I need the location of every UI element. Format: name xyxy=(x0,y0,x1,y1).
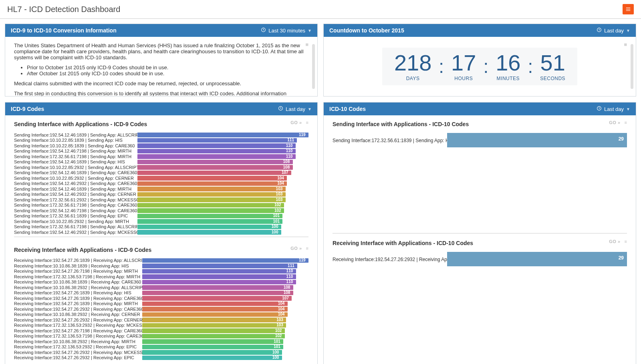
bar-value: 101 xyxy=(273,219,280,223)
panel-icd9: ICD-9 Codes Last day ▼ GO »≡ Sending Int… xyxy=(5,102,318,364)
info-para: The Unites States Department of Health a… xyxy=(14,42,308,60)
bar-label: Sending Interface:172.32.56.61:1839 | Se… xyxy=(333,138,454,143)
icd9-receiving-chart: Receiving Interface:192.54.27.26:1839 | … xyxy=(14,258,308,361)
time-range-picker[interactable]: Last 30 minutes ▼ xyxy=(261,27,312,34)
bar xyxy=(142,280,296,285)
go-link[interactable]: GO » xyxy=(609,239,620,244)
icd10-sending-chart: Sending Interface:172.32.56.61:1839 | Se… xyxy=(333,132,627,148)
bar-label: Sending Interface:172.32.56.61:2932 | Se… xyxy=(14,197,143,202)
bar-value: 104 xyxy=(277,176,284,180)
time-range-label: Last 30 minutes xyxy=(268,28,305,34)
bar-value: 102 xyxy=(274,203,281,207)
bar-label: Sending Interface:10.10.22.85:2932 | Sen… xyxy=(14,165,142,170)
colon: : xyxy=(439,56,444,77)
bar xyxy=(142,269,296,274)
bar-value: 119 xyxy=(299,258,306,262)
bar-label: Receiving Interface:10.10.86.38:1839 | R… xyxy=(14,263,129,268)
bar-value: 100 xyxy=(272,230,278,234)
bar-label: Receiving Interface:192.54.27.26:2932 | … xyxy=(14,307,143,312)
main-menu-button[interactable] xyxy=(623,4,634,14)
bar xyxy=(137,214,282,219)
bar-value: 110 xyxy=(286,274,293,279)
bar xyxy=(137,192,286,197)
bar xyxy=(137,230,281,235)
bar-value: 102 xyxy=(275,328,282,333)
panel-body: GO »≡ Sending Interface with Application… xyxy=(5,115,317,364)
time-range-picker[interactable]: Last day ▼ xyxy=(278,106,312,112)
bar-label: Receiving Interface:192.54.27.26:1839 | … xyxy=(14,258,151,263)
hamburger-icon xyxy=(625,6,631,12)
panel-body: ≡ The Unites States Department of Health… xyxy=(5,37,317,96)
bar-label: Receiving Interface:192.54.27.26:1839 | … xyxy=(14,301,138,306)
bar xyxy=(142,323,286,328)
section-menu-button[interactable]: ≡ xyxy=(306,120,308,125)
bar-label: Sending Interface:192.54.12.46:2932 | Se… xyxy=(14,230,143,235)
bar xyxy=(142,350,282,355)
bar xyxy=(137,143,296,148)
bar xyxy=(137,197,286,202)
section-menu-button[interactable]: ≡ xyxy=(625,120,627,125)
bar-value: 110 xyxy=(286,149,293,153)
bar-label: Receiving Interface:10.10.86.38:2932 | R… xyxy=(14,285,148,290)
panel-menu-button[interactable]: ≡ xyxy=(305,42,308,48)
bar-label: Receiving Interface:192.54.27.26:1839 | … xyxy=(14,296,143,301)
caret-down-icon: ▼ xyxy=(308,28,312,33)
bar xyxy=(137,176,287,181)
bar xyxy=(137,149,296,154)
bar xyxy=(142,302,288,306)
bar-label: Sending Interface:10.10.22.85:2932 | Sen… xyxy=(14,176,134,181)
panel-header: ICD-9 Codes Last day ▼ xyxy=(5,103,317,115)
page-title: HL7 - ICD Detection Dashboard xyxy=(7,5,120,14)
clock-icon xyxy=(597,27,602,34)
go-link[interactable]: GO » xyxy=(290,246,302,251)
bar xyxy=(142,334,285,339)
bar-label: Sending Interface:192.54.12.46:1839 | Se… xyxy=(14,159,125,164)
section-menu-button[interactable]: ≡ xyxy=(306,246,308,251)
icd10-receiving-section: GO »≡ Receiving Interface with Applicati… xyxy=(333,240,627,267)
bar-value: 119 xyxy=(299,133,306,137)
bar xyxy=(142,285,293,290)
bar-label: Sending Interface:192.54.12.46:1839 | Se… xyxy=(14,187,131,191)
bar-value: 110 xyxy=(286,154,293,159)
panel-title: ICD-9 Codes xyxy=(11,106,44,112)
bar-label: Receiving Interface:172.32.136.53:2932 |… xyxy=(14,323,151,328)
bar xyxy=(142,263,297,268)
bar-value: 104 xyxy=(277,181,284,185)
bar-value: 103 xyxy=(276,197,283,202)
panel-header: Countdown to October 2015 Last day ▼ xyxy=(324,24,636,37)
bar-label: Sending Interface:192.54.12.46:2932 | Se… xyxy=(14,181,137,186)
icd9-sending-section: GO »≡ Sending Interface with Application… xyxy=(14,121,308,237)
bar xyxy=(142,345,283,350)
icd9-sending-chart: Sending Interface:192.54.12.46:1839 | Se… xyxy=(14,132,308,235)
section-title: Receiving Interface with Applications - … xyxy=(14,247,308,253)
section-title: Sending Interface with Applications - IC… xyxy=(14,121,308,127)
go-link[interactable]: GO » xyxy=(609,120,620,125)
icd9-receiving-section: GO »≡ Receiving Interface with Applicati… xyxy=(14,247,308,361)
bar-value: 104 xyxy=(278,301,285,306)
panel-header: ICD-10 Codes Last day ▼ xyxy=(324,103,636,115)
bar xyxy=(137,187,286,191)
panel-title: Countdown to October 2015 xyxy=(329,27,404,34)
time-range-picker[interactable]: Last day ▼ xyxy=(597,106,630,112)
countdown-minutes: 16MINUTES xyxy=(496,52,520,81)
panel-countdown: Countdown to October 2015 Last day ▼ ≡ 2… xyxy=(323,24,636,97)
bar-value: 29 xyxy=(619,136,624,142)
bar-value: 102 xyxy=(274,208,281,213)
topbar: HL7 - ICD Detection Dashboard xyxy=(0,0,641,19)
panel-header: ICD-9 to ICD-10 Conversion Information L… xyxy=(5,24,317,37)
colon: : xyxy=(528,56,533,77)
go-link[interactable]: GO » xyxy=(290,120,302,125)
section-menu-button[interactable]: ≡ xyxy=(625,239,627,244)
bar xyxy=(137,208,284,213)
bar xyxy=(137,154,296,159)
bar-value: 110 xyxy=(286,143,293,148)
axis-line xyxy=(333,233,627,233)
bar-value: 102 xyxy=(275,334,282,338)
bar xyxy=(142,291,293,296)
panel-body: ≡ 218DAYS : 17HOURS : 16MINUTES : 51SECO… xyxy=(324,37,636,96)
time-range-label: Last day xyxy=(604,106,624,112)
panel-menu-button[interactable]: ≡ xyxy=(624,42,627,48)
bar-value: 110 xyxy=(286,269,293,273)
time-range-picker[interactable]: Last day ▼ xyxy=(597,27,630,34)
bar-value: 107 xyxy=(282,296,289,300)
